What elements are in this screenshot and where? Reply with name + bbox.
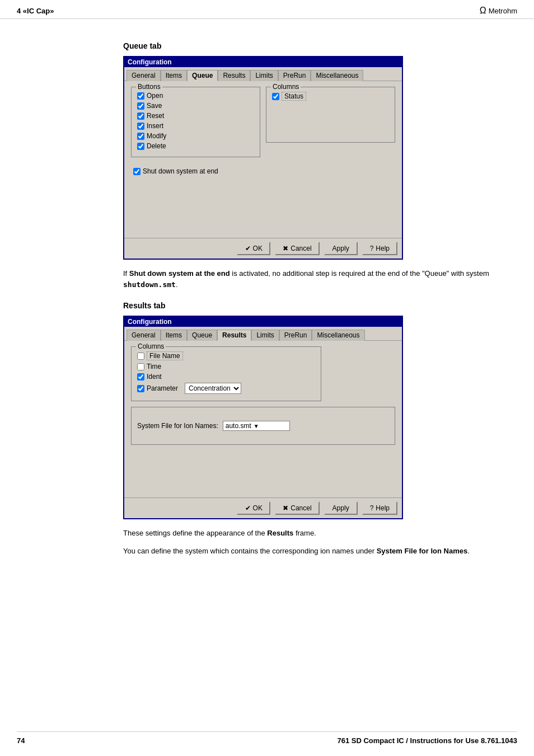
cancel-icon: ✖ xyxy=(283,245,288,252)
page-header: 4 «IC Cap» Ω Metrohm xyxy=(0,0,534,19)
buttons-fieldgroup: Buttons Open Save Reset xyxy=(131,87,260,157)
delete-checkbox[interactable] xyxy=(137,143,144,150)
tab-prerun[interactable]: PreRun xyxy=(278,70,311,81)
queue-help-button[interactable]: ? Help xyxy=(362,242,397,255)
results-ok-button[interactable]: ✔ OK xyxy=(237,501,270,515)
results-desc2-bold: System File for Ion Names xyxy=(377,547,468,555)
queue-two-col: Buttons Open Save Reset xyxy=(131,87,395,162)
results-tab-items[interactable]: Items xyxy=(161,330,187,341)
results-tab-miscellaneous[interactable]: Miscellaneous xyxy=(312,330,364,341)
main-content: Queue tab Configuration General Items Qu… xyxy=(0,19,534,580)
results-dialog-tabs: General Items Queue Results Limits PreRu… xyxy=(124,327,402,341)
results-description1: These settings define the appearance of … xyxy=(123,528,517,539)
results-apply-button[interactable]: Apply xyxy=(324,501,358,515)
results-dialog-titlebar: Configuration xyxy=(124,317,402,327)
queue-description: If Shut down system at the end is activa… xyxy=(123,268,517,290)
results-columns-fieldgroup: Columns File Name Time Ident Parameter xyxy=(131,346,321,401)
queue-dialog-titlebar: Configuration xyxy=(124,57,402,67)
queue-ok-button[interactable]: ✔ OK xyxy=(237,242,270,255)
metrohm-text: Metrohm xyxy=(489,7,517,15)
status-checkbox[interactable] xyxy=(272,93,279,100)
results-dialog-buttons: ✔ OK ✖ Cancel Apply ? Help xyxy=(124,497,402,518)
apply-label: Apply xyxy=(332,245,349,252)
checkbox-status: Status xyxy=(272,92,389,101)
results-tab-prerun[interactable]: PreRun xyxy=(279,330,312,341)
results-desc1-bold: Results xyxy=(267,529,293,537)
results-ok-label: OK xyxy=(253,504,263,512)
results-desc2-end: . xyxy=(467,547,470,555)
open-label: Open xyxy=(147,92,163,100)
tab-queue[interactable]: Queue xyxy=(187,70,218,81)
checkbox-ident: Ident xyxy=(137,373,315,381)
queue-desc-mono: shutdown.smt xyxy=(123,280,176,289)
results-cancel-label: Cancel xyxy=(291,504,311,512)
results-tab-results[interactable]: Results xyxy=(217,330,251,341)
results-desc2-part1: You can define the system which contains… xyxy=(123,547,377,555)
tab-results[interactable]: Results xyxy=(218,70,250,81)
parameter-label: Parameter xyxy=(147,384,178,392)
results-tab-limits[interactable]: Limits xyxy=(251,330,279,341)
queue-columns-col: Columns Status xyxy=(266,87,395,162)
queue-cancel-button[interactable]: ✖ Cancel xyxy=(275,242,319,255)
results-desc1-end: frame. xyxy=(293,529,316,537)
checkbox-time: Time xyxy=(137,363,315,370)
ident-checkbox[interactable] xyxy=(137,373,144,381)
results-help-icon: ? xyxy=(370,504,374,512)
checkbox-insert: Insert xyxy=(137,122,254,130)
reset-checkbox[interactable] xyxy=(137,112,144,120)
results-dialog-body: Columns File Name Time Ident Parameter xyxy=(124,341,402,497)
insert-label: Insert xyxy=(147,122,163,130)
shutdown-label: Shut down system at end xyxy=(143,167,218,175)
sysfile-row: System File for Ion Names: auto.smt ▼ xyxy=(137,421,290,431)
queue-desc-part2: is activated, no additional step is requ… xyxy=(230,269,489,278)
shutdown-checkbox[interactable] xyxy=(133,168,140,175)
results-tab-general[interactable]: General xyxy=(127,330,161,341)
modify-checkbox[interactable] xyxy=(137,133,144,140)
results-cancel-button[interactable]: ✖ Cancel xyxy=(275,501,319,515)
queue-desc-bold: Shut down system at the end xyxy=(129,269,230,278)
insert-checkbox[interactable] xyxy=(137,123,144,130)
columns-fieldgroup-label: Columns xyxy=(271,83,301,91)
tab-items[interactable]: Items xyxy=(161,70,187,81)
tab-limits[interactable]: Limits xyxy=(250,70,278,81)
ok-icon: ✔ xyxy=(245,245,251,252)
filename-checkbox[interactable] xyxy=(137,353,144,360)
modify-label: Modify xyxy=(147,132,166,140)
delete-label: Delete xyxy=(147,142,166,150)
checkbox-delete: Delete xyxy=(137,142,254,150)
sysfile-input[interactable]: auto.smt ▼ xyxy=(223,421,290,431)
help-label: Help xyxy=(376,245,390,252)
omega-icon: Ω xyxy=(480,6,486,16)
filename-label: File Name xyxy=(147,351,183,360)
queue-dialog-buttons: ✔ OK ✖ Cancel Apply ? Help xyxy=(124,238,402,259)
queue-buttons-col: Buttons Open Save Reset xyxy=(131,87,260,162)
dropdown-arrow-icon: ▼ xyxy=(254,423,259,429)
open-checkbox[interactable] xyxy=(137,92,144,100)
parameter-checkbox[interactable] xyxy=(137,385,144,392)
results-desc1-part1: These settings define the appearance of … xyxy=(123,529,267,537)
queue-apply-button[interactable]: Apply xyxy=(324,242,358,255)
cancel-label: Cancel xyxy=(291,245,311,252)
page-number: 74 xyxy=(17,736,25,745)
results-config-dialog: Configuration General Items Queue Result… xyxy=(123,316,403,519)
page-footer: 74 761 SD Compact IC / Instructions for … xyxy=(17,731,517,745)
time-label: Time xyxy=(147,363,161,370)
save-checkbox[interactable] xyxy=(137,102,144,110)
results-help-button[interactable]: ? Help xyxy=(362,501,397,515)
sysfile-value: auto.smt xyxy=(226,422,251,430)
sysfile-fieldgroup: System File for Ion Names: auto.smt ▼ xyxy=(131,407,395,445)
footer-right-text: 761 SD Compact IC / Instructions for Use… xyxy=(337,736,517,745)
results-tab-heading: Results tab xyxy=(123,301,517,310)
header-left: 4 «IC Cap» xyxy=(17,7,54,15)
columns-fieldgroup: Columns Status xyxy=(266,87,395,143)
results-tab-queue[interactable]: Queue xyxy=(187,330,217,341)
results-help-label: Help xyxy=(376,504,390,512)
tab-general[interactable]: General xyxy=(127,70,161,81)
parameter-dropdown[interactable]: Concentration Peak Area Peak Height xyxy=(185,383,241,394)
time-checkbox[interactable] xyxy=(137,363,144,370)
checkbox-parameter: Parameter Concentration Peak Area Peak H… xyxy=(137,383,315,394)
queue-desc-part3: . xyxy=(176,280,178,289)
tab-miscellaneous[interactable]: Miscellaneous xyxy=(311,70,363,81)
sysfile-label: System File for Ion Names: xyxy=(137,422,218,430)
results-apply-label: Apply xyxy=(332,504,349,512)
